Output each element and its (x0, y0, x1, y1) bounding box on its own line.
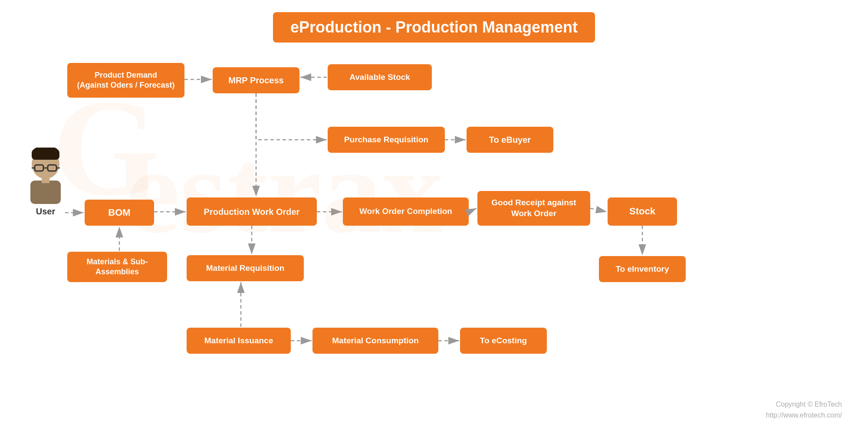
node-work-order-completion: Work Order Completion (343, 197, 469, 226)
title-bar: eProduction - Production Management (273, 12, 595, 43)
node-to-ebuyer: To eBuyer (467, 127, 553, 153)
svg-line-20 (590, 208, 607, 212)
svg-rect-2 (32, 151, 59, 160)
node-material-consumption: Material Consumption (312, 328, 438, 354)
main-container: eProduction - Production Management User… (0, 0, 868, 434)
node-available-stock: Available Stock (328, 64, 432, 90)
copyright: Copyright © EfroTech http://www.efrotech… (766, 399, 842, 421)
node-bom: BOM (85, 200, 154, 226)
node-material-issuance: Material Issuance (187, 328, 291, 354)
node-to-ecosting: To eCosting (460, 328, 547, 354)
node-product-demand: Product Demand (Against Oders / Forecast… (67, 63, 184, 98)
node-good-receipt: Good Receipt against Work Order (477, 191, 590, 226)
user-figure: User (26, 148, 65, 217)
node-mrp-process: MRP Process (213, 67, 299, 93)
node-stock: Stock (608, 197, 677, 226)
watermark-logo: G (52, 78, 160, 217)
node-purchase-requisition: Purchase Requisition (328, 127, 445, 153)
svg-line-19 (469, 208, 477, 212)
node-production-work-order: Production Work Order (187, 197, 317, 226)
user-label: User (36, 207, 55, 217)
svg-rect-9 (42, 177, 49, 183)
page-title: eProduction - Production Management (290, 18, 578, 36)
svg-rect-8 (30, 181, 61, 204)
node-to-einventory: To eInventory (599, 256, 686, 282)
node-material-requisition: Material Requisition (187, 255, 304, 281)
user-avatar (26, 148, 65, 204)
node-materials-sub: Materials & Sub- Assemblies (67, 252, 167, 282)
